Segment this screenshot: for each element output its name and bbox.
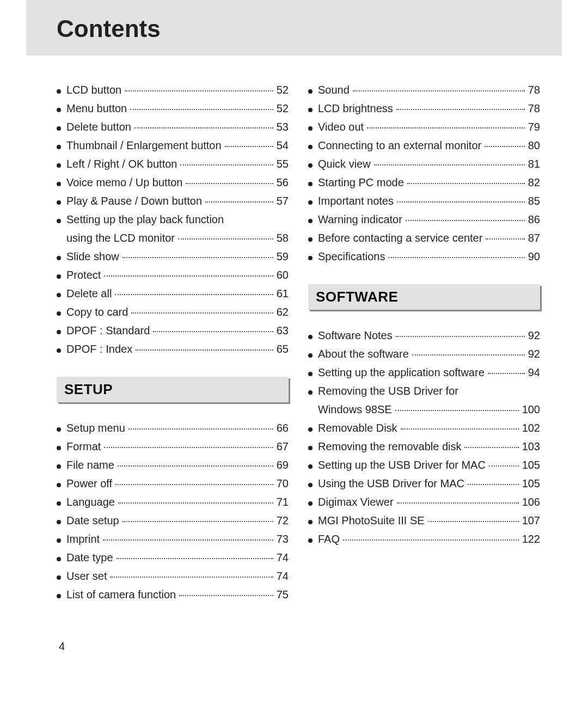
toc-entry: Voice memo / Up button56: [57, 173, 289, 192]
bullet-icon: [308, 219, 313, 223]
toc-entry: Format67: [57, 437, 289, 456]
toc-page: 122: [522, 534, 540, 544]
bullet-icon: [308, 256, 313, 260]
toc-page: 78: [528, 103, 540, 114]
toc-entry: Setting up the USB Driver for MAC105: [308, 456, 540, 474]
toc-page: 92: [528, 330, 540, 341]
leader-dots: [125, 90, 273, 91]
toc-page: 85: [528, 195, 540, 206]
toc-label: Delete all: [66, 288, 112, 299]
toc-label: Warning indicator: [318, 214, 402, 225]
leader-dots: [406, 220, 525, 221]
toc-label: Setting up the USB Driver for MAC: [318, 459, 486, 470]
toc-entry: Delete all61: [57, 284, 289, 303]
toc-entry: Slide show59: [57, 247, 289, 266]
leader-dots: [388, 257, 524, 258]
toc-page: 60: [277, 269, 289, 280]
toc-entry: Using the USB Driver for MAC105: [308, 474, 540, 493]
leader-dots: [122, 257, 273, 258]
bullet-icon: [57, 126, 61, 131]
toc-page: 52: [277, 103, 289, 114]
leader-dots: [117, 558, 273, 559]
toc-entry: Date setup72: [57, 511, 289, 530]
toc-page: 74: [277, 552, 289, 563]
toc-entry: Software Notes92: [308, 326, 540, 345]
toc-page: 72: [277, 515, 289, 526]
toc-entry: Menu button52: [57, 99, 289, 118]
toc-page: 74: [277, 571, 289, 581]
leader-dots: [428, 521, 519, 522]
section-header-software: SOFTWARE: [308, 284, 540, 310]
toc-page: 105: [522, 478, 540, 489]
leader-dots: [179, 595, 273, 596]
toc-entry: Specifications90: [308, 247, 540, 266]
leader-dots: [343, 540, 519, 541]
toc-label: MGI PhotoSuite III SE: [318, 515, 425, 526]
bullet-icon: [308, 237, 313, 242]
toc-label: Removable Disk: [318, 422, 397, 433]
toc-entry: Connecting to an external monitor80: [308, 136, 540, 155]
toc-page: 106: [522, 496, 540, 507]
leader-dots: [180, 164, 273, 165]
toc-label: Format: [66, 441, 101, 452]
leader-dots: [104, 447, 273, 448]
toc-page: 82: [528, 177, 540, 188]
leader-dots: [396, 336, 525, 337]
toc-label: LCD button: [66, 84, 121, 95]
toc-label: Before contacting a service center: [318, 232, 482, 243]
toc-label: DPOF : Index: [66, 344, 132, 354]
leader-dots: [115, 484, 273, 485]
toc-page: 59: [277, 251, 289, 262]
toc-page: 70: [277, 478, 289, 489]
toc-entry: Setup menu66: [57, 419, 289, 437]
bullet-icon: [57, 182, 61, 186]
toc-label: File name: [66, 459, 114, 470]
indent-spacer: [57, 237, 61, 242]
toc-entry: DPOF : Standard63: [57, 321, 289, 340]
toc-label: Specifications: [318, 251, 385, 262]
toc-page: 52: [277, 84, 289, 95]
toc-label: List of camera function: [66, 589, 176, 600]
toc-page: 67: [277, 441, 289, 452]
toc-entry: Language71: [57, 493, 289, 511]
bullet-icon: [57, 330, 61, 334]
toc-page: 103: [522, 441, 540, 452]
toc-label: using the LCD monitor: [66, 232, 175, 243]
toc-label: Video out: [318, 121, 364, 132]
bullet-icon: [308, 427, 313, 432]
leader-dots: [122, 521, 273, 522]
leader-dots: [396, 109, 525, 110]
leader-dots: [412, 354, 525, 355]
bullet-icon: [308, 145, 313, 149]
toc-label: Thumbnail / Enlargement button: [66, 140, 222, 151]
toc-page: 73: [277, 534, 289, 544]
toc-label: Setup menu: [66, 422, 125, 433]
bullet-icon: [57, 89, 61, 94]
leader-dots: [486, 238, 524, 240]
bullet-icon: [57, 163, 61, 168]
toc-page: 56: [277, 177, 289, 188]
bullet-icon: [308, 446, 313, 450]
toc-entry: Play & Pause / Down button57: [57, 192, 289, 210]
leader-dots: [128, 428, 273, 430]
toc-page: 94: [528, 367, 540, 378]
toc-entry: Removing the USB Driver for: [308, 382, 540, 400]
toc-label: About the software: [318, 348, 409, 359]
toc-label: Power off: [66, 478, 112, 489]
toc-page: 100: [522, 404, 540, 415]
toc-entry: using the LCD monitor58: [57, 229, 289, 247]
bullet-icon: [308, 538, 313, 543]
section-title-software: SOFTWARE: [316, 289, 532, 305]
leader-dots: [401, 428, 519, 430]
toc-entry: Copy to card62: [57, 303, 289, 321]
toc-page: 71: [277, 496, 289, 507]
manual-page: Contents LCD button52Menu button52Delete…: [0, 0, 588, 705]
bullet-icon: [57, 594, 61, 598]
toc-label: Date setup: [66, 515, 119, 526]
columns-wrapper: LCD button52Menu button52Delete button53…: [0, 56, 588, 604]
page-title: Contents: [57, 15, 562, 42]
toc-entry: List of camera function75: [57, 585, 289, 604]
toc-page: 86: [528, 214, 540, 225]
leader-dots: [205, 201, 273, 203]
toc-label: Connecting to an external monitor: [318, 140, 481, 151]
